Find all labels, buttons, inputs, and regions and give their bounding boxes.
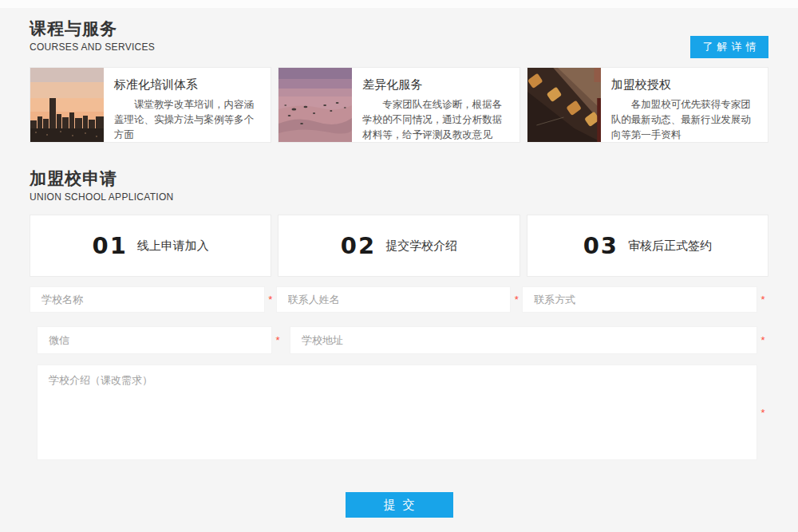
school-intro-textarea[interactable] <box>37 365 757 460</box>
school-name-input[interactable] <box>30 286 265 313</box>
step-sign-contract: 03 审核后正式签约 <box>527 215 768 277</box>
courses-section-header: 课程与服务 COURSES AND SERVICES <box>30 18 768 53</box>
course-cards-row: 标准化培训体系 课堂教学改革培训，内容涵盖理论、实操方法与案例等多个方面 <box>30 67 768 143</box>
card-body: 标准化培训体系 课堂教学改革培训，内容涵盖理论、实操方法与案例等多个方面 <box>104 68 271 142</box>
card-standard-training: 标准化培训体系 课堂教学改革培训，内容涵盖理论、实操方法与案例等多个方面 <box>30 67 271 143</box>
wechat-input[interactable] <box>37 326 272 354</box>
step-submit-intro: 02 提交学校介绍 <box>278 215 519 277</box>
required-asterisk: * <box>511 294 522 305</box>
card-title: 加盟校授权 <box>611 77 758 93</box>
page-container: 课程与服务 COURSES AND SERVICES 了解详情 <box>0 18 798 518</box>
form-row-1: * * * <box>30 286 768 313</box>
step-label: 提交学校介绍 <box>385 238 457 254</box>
required-asterisk: * <box>265 294 276 305</box>
step-number: 03 <box>583 232 618 259</box>
form-cell-school-address: * <box>290 326 768 354</box>
card-franchise-authorization: 加盟校授权 各加盟校可优先获得专家团队的最新动态、最新行业发展动向等第一手资料 <box>527 67 768 143</box>
submit-button[interactable]: 提交 <box>346 492 453 518</box>
step-label: 审核后正式签约 <box>628 238 712 254</box>
form-row-school-intro: * <box>37 365 768 460</box>
step-label: 线上申请加入 <box>137 238 209 254</box>
courses-section-subtitle: COURSES AND SERVICES <box>30 41 768 53</box>
courses-section-title: 课程与服务 <box>30 18 768 40</box>
form-cell-contact-name: * <box>276 286 523 313</box>
card-description: 课堂教学改革培训，内容涵盖理论、实操方法与案例等多个方面 <box>114 97 261 142</box>
submit-row: 提交 <box>30 492 768 518</box>
required-asterisk: * <box>757 334 768 346</box>
required-asterisk: * <box>757 294 768 305</box>
contact-name-input[interactable] <box>276 286 512 313</box>
card-body: 差异化服务 专家团队在线诊断，根据各学校的不同情况，通过分析数据材料等，给予评测… <box>352 68 519 142</box>
form-cell-school-name: * <box>30 286 276 313</box>
contact-phone-input[interactable] <box>522 286 757 313</box>
application-section-title: 加盟校申请 <box>30 167 768 190</box>
application-section-header: 加盟校申请 UNION SCHOOL APPLICATION <box>30 167 768 203</box>
step-number: 02 <box>341 232 376 259</box>
form-row-2: * * <box>37 326 768 354</box>
top-divider-strip <box>0 0 798 8</box>
form-cell-wechat: * <box>37 326 283 354</box>
application-section-subtitle: UNION SCHOOL APPLICATION <box>30 191 768 203</box>
required-asterisk: * <box>757 407 768 419</box>
card-differentiated-service: 差异化服务 专家团队在线诊断，根据各学校的不同情况，通过分析数据材料等，给予评测… <box>278 67 519 143</box>
city-skyline-sunset-photo <box>30 68 104 142</box>
application-steps-row: 01 线上申请加入 02 提交学校介绍 03 审核后正式签约 <box>30 215 768 277</box>
card-title: 差异化服务 <box>362 77 509 93</box>
desert-dusk-photo <box>279 68 352 142</box>
form-cell-contact-phone: * <box>522 286 768 313</box>
card-description: 专家团队在线诊断，根据各学校的不同情况，通过分析数据材料等，给予评测及教改意见 <box>362 97 509 142</box>
step-number: 01 <box>92 232 127 259</box>
learn-more-button[interactable]: 了解详情 <box>690 36 768 58</box>
step-apply-online: 01 线上申请加入 <box>30 215 271 277</box>
film-strip-photo <box>527 68 601 142</box>
school-address-input[interactable] <box>290 326 757 354</box>
card-description: 各加盟校可优先获得专家团队的最新动态、最新行业发展动向等第一手资料 <box>611 97 758 142</box>
card-title: 标准化培训体系 <box>114 77 261 93</box>
required-asterisk: * <box>272 334 283 346</box>
card-body: 加盟校授权 各加盟校可优先获得专家团队的最新动态、最新行业发展动向等第一手资料 <box>601 68 768 142</box>
